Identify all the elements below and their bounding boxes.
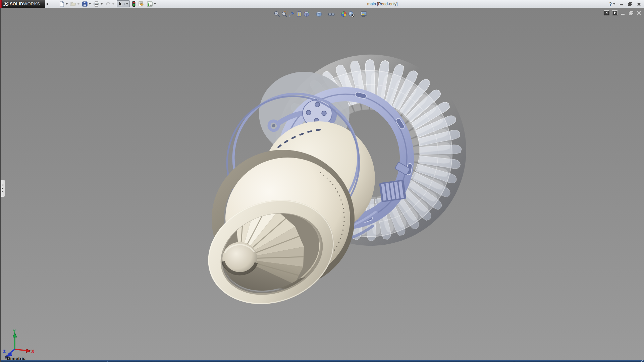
options-icon [147,1,153,7]
display-style-button[interactable] [315,10,323,18]
print-button[interactable] [93,1,103,7]
view-settings-button[interactable] [360,10,367,18]
menu-expand-arrow-icon [47,3,48,5]
print-icon [93,1,100,7]
status-divider [107,361,108,362]
hide-show-items-button[interactable] [328,10,335,18]
status-divider [151,361,151,362]
zoom-to-area-icon [281,11,288,17]
app-close-button[interactable] [637,2,641,6]
view-orientation-icon [303,11,310,17]
rebuild-button[interactable] [132,1,136,7]
main-toolbar [49,0,156,7]
heads-up-view-toolbar [273,10,367,18]
options-button[interactable] [147,1,156,7]
graphics-viewport[interactable]: Y X Z *Dimetric [0,8,644,362]
status-bar [1,360,644,362]
app-window-controls: ? [609,0,641,8]
apply-scene-button[interactable] [347,10,355,18]
zoom-to-fit-icon [274,11,280,17]
solidworks-logo: 3S SOLID WORKS [0,0,45,8]
menu-expand-button[interactable] [45,1,49,7]
zoom-to-fit-button[interactable] [273,10,281,18]
reference-triad[interactable]: Y X Z [3,329,35,359]
status-divider [514,361,514,362]
select-dropdown-arrow [126,3,128,5]
view-settings-icon [360,11,367,17]
app-restore-button[interactable] [628,2,633,6]
section-view-icon [296,11,303,17]
display-style-icon [316,11,322,17]
help-button[interactable]: ? [609,1,612,7]
hide-show-items-icon [328,11,335,17]
new-document-icon [59,1,65,7]
rebuild-traffic-light-icon [132,1,136,7]
file-properties-icon [138,1,144,7]
triad-z-label: Z [3,350,5,353]
collapse-arrow-icon [2,191,3,193]
undo-dropdown-arrow [112,3,114,5]
undo-button[interactable] [105,1,114,7]
zoom-to-area-button[interactable] [281,10,288,18]
collapse-panel-left-button[interactable] [604,10,609,15]
doc-close-button[interactable] [637,11,642,15]
logo-glyph: 3S [3,1,9,7]
jet-engine-model[interactable] [1,8,644,362]
options-dropdown-arrow[interactable] [154,3,156,5]
edit-appearance-icon [340,11,347,17]
triad-y-label: Y [13,329,16,333]
collapse-arrow-icon [2,184,3,186]
doc-restore-icon-back [629,12,632,15]
feature-panel-flyout-tab[interactable] [1,180,5,197]
apply-scene-icon [348,11,355,17]
status-divider [68,361,68,362]
triad-x-label: X [32,349,34,353]
resize-grip[interactable] [641,360,644,362]
select-cursor-icon [118,1,123,7]
panel-left-arrow-icon [606,11,607,14]
hub-hole [222,242,257,276]
view-orientation-button[interactable] [303,10,310,18]
restore-icon-back [628,3,631,6]
expand-panel-right-button[interactable] [612,10,618,15]
edit-appearance-button[interactable] [340,10,347,18]
logo-text-light: WORKS [23,2,40,6]
title-bar: 3S SOLID WORKS [0,0,644,8]
open-button[interactable] [70,1,79,7]
help-dropdown-arrow[interactable] [613,3,615,5]
new-dropdown-arrow[interactable] [66,3,68,5]
minimize-icon [620,4,623,5]
doc-minimize-button[interactable] [621,11,626,15]
section-view-button[interactable] [296,10,303,18]
collapse-arrow-icon [2,187,3,189]
select-tool-button[interactable] [117,0,130,7]
file-properties-button[interactable] [138,1,144,7]
app-minimize-button[interactable] [619,2,624,6]
previous-view-button[interactable] [288,10,296,18]
panel-right-arrow-icon [614,11,616,14]
open-dropdown-arrow [77,3,79,5]
logo-red-stripe [0,0,2,8]
new-document-button[interactable] [59,1,68,7]
document-window-controls [604,10,642,15]
window-title: main [Read-only] [367,0,398,8]
save-icon [82,1,88,7]
previous-view-icon [288,11,295,17]
doc-minimize-icon [621,14,625,15]
print-dropdown-arrow[interactable] [101,3,103,5]
select-dropdown-segment[interactable] [124,3,129,5]
open-folder-icon [70,1,76,7]
undo-icon [105,1,111,7]
save-dropdown-arrow[interactable] [89,3,91,5]
save-button[interactable] [82,1,91,7]
doc-restore-button[interactable] [629,11,634,15]
logo-text-bold: SOLID [10,2,23,6]
